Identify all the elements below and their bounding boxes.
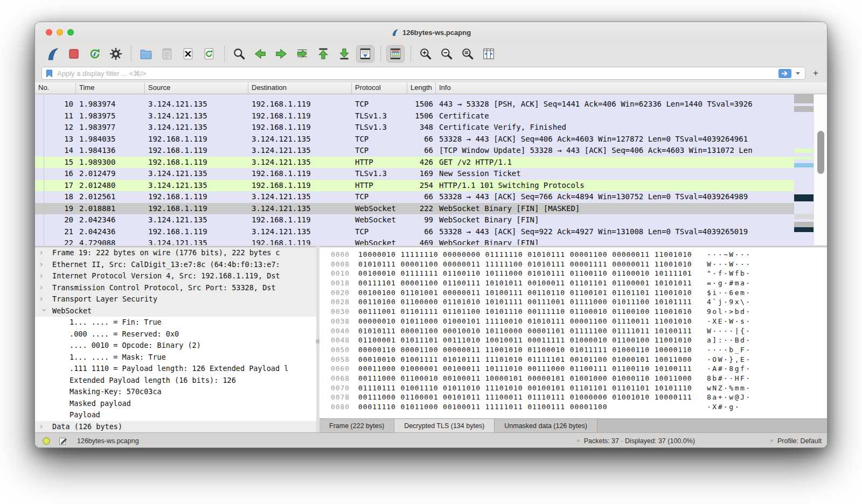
chevron-down-icon[interactable]: › bbox=[38, 307, 50, 315]
detail-row[interactable]: 1... .... = Mask: True bbox=[35, 352, 316, 363]
detail-row[interactable]: .000 .... = Reserved: 0x0 bbox=[35, 328, 316, 340]
column-header-destination[interactable]: Destination bbox=[248, 82, 352, 94]
column-header-no[interactable]: No. bbox=[35, 82, 76, 94]
bytes-row[interactable]: 002800110100 01100000 01101010 10101111 … bbox=[325, 297, 827, 307]
column-header-protocol[interactable]: Protocol bbox=[352, 82, 407, 94]
packet-row[interactable]: 111.9839753.124.121.135192.168.1.119TLSv… bbox=[35, 110, 827, 122]
chevron-right-icon[interactable]: › bbox=[39, 259, 46, 271]
packet-row-partial[interactable] bbox=[35, 94, 827, 99]
bytes-tab-unmasked[interactable]: Unmasked data (126 bytes) bbox=[495, 419, 597, 432]
packet-row[interactable]: 224.7290883.124.121.135192.168.1.119WebS… bbox=[35, 237, 827, 245]
detail-row[interactable]: ›WebSocket bbox=[35, 305, 316, 317]
bytes-row[interactable]: 005000000110 00001100 00000011 11001010 … bbox=[325, 345, 827, 355]
column-header-time[interactable]: Time bbox=[76, 82, 145, 94]
detail-row[interactable]: Payload bbox=[35, 409, 316, 421]
bookmark-icon[interactable] bbox=[46, 69, 53, 78]
next-packet-button[interactable] bbox=[272, 45, 290, 62]
maximize-window-button[interactable] bbox=[67, 29, 74, 36]
zoom-100-button[interactable] bbox=[458, 45, 477, 62]
display-filter-input[interactable] bbox=[56, 69, 778, 78]
packet-row[interactable]: 121.9839773.124.121.135192.168.1.119TLSv… bbox=[35, 122, 827, 134]
auto-scroll-button[interactable] bbox=[356, 45, 374, 62]
packet-row[interactable]: 162.0124793.124.121.135192.168.1.119TLSv… bbox=[35, 168, 827, 180]
notepad-icon bbox=[160, 47, 174, 61]
capture-options-button[interactable] bbox=[107, 45, 125, 62]
bytes-row[interactable]: 008000011110 01011000 00100011 11111011 … bbox=[325, 402, 827, 412]
bytes-row[interactable]: 006000011000 01000001 00100011 10111010 … bbox=[325, 364, 827, 374]
bytes-row[interactable]: 001800111101 00001100 01100111 10101011 … bbox=[325, 278, 827, 288]
filter-history-caret-icon[interactable] bbox=[796, 72, 800, 75]
detail-row[interactable]: Masked payload bbox=[35, 398, 316, 410]
detail-row[interactable]: .... 0010 = Opcode: Binary (2) bbox=[35, 340, 316, 352]
zoom-out-button[interactable] bbox=[437, 45, 456, 62]
bytes-row[interactable]: 004001010111 00001100 00010010 10110000 … bbox=[325, 326, 827, 336]
colorize-button[interactable] bbox=[386, 45, 405, 62]
bytes-row[interactable]: 001000100010 01111111 01100110 10111000 … bbox=[325, 269, 827, 278]
open-file-button[interactable] bbox=[137, 45, 155, 62]
detail-row[interactable]: ›Frame 19: 222 bytes on wire (1776 bits)… bbox=[35, 247, 316, 259]
bytes-row[interactable]: 006800111000 01100010 00100011 10000101 … bbox=[325, 374, 827, 383]
apply-filter-button[interactable] bbox=[778, 69, 791, 78]
expert-info-indicator[interactable] bbox=[43, 437, 50, 445]
packet-row[interactable]: 192.018881192.168.1.1193.124.121.135WebS… bbox=[35, 203, 827, 215]
minimize-window-button[interactable] bbox=[57, 29, 63, 36]
detail-row[interactable]: ›Ethernet II, Src: CalDigit_13:e7:8c (64… bbox=[35, 259, 316, 271]
resize-columns-table-icon bbox=[482, 47, 496, 61]
detail-row[interactable]: Extended Payload length (16 bits): 126 bbox=[35, 375, 316, 387]
bytes-tab-frame[interactable]: Frame (222 bytes) bbox=[319, 419, 394, 432]
close-window-button[interactable] bbox=[46, 29, 52, 36]
packet-row[interactable]: 141.984136192.168.1.1193.124.121.135TCP6… bbox=[35, 145, 827, 157]
packet-row[interactable]: 172.0124803.124.121.135192.168.1.119HTTP… bbox=[35, 180, 827, 192]
add-filter-button[interactable]: + bbox=[811, 68, 821, 79]
column-header-length[interactable]: Length bbox=[407, 82, 436, 94]
detail-row[interactable]: .111 1110 = Payload length: 126 Extended… bbox=[35, 363, 316, 375]
capture-comment-icon[interactable] bbox=[59, 437, 67, 445]
detail-row[interactable]: ›Data (126 bytes) bbox=[35, 421, 316, 433]
packet-row[interactable]: 131.984035192.168.1.1193.124.121.135TCP6… bbox=[35, 134, 827, 145]
bytes-tab-decrypted[interactable]: Decrypted TLS (134 bytes) bbox=[394, 419, 495, 432]
packet-row[interactable]: 202.0423463.124.121.135192.168.1.119WebS… bbox=[35, 214, 827, 226]
bytes-row[interactable]: 004801100001 01011101 00111010 10010011 … bbox=[325, 335, 827, 345]
chevron-right-icon[interactable]: › bbox=[39, 247, 46, 259]
status-separator-dot bbox=[770, 439, 773, 442]
go-to-packet-button[interactable] bbox=[293, 45, 311, 62]
bytes-row[interactable]: 005800010010 01001111 01010111 11101010 … bbox=[325, 355, 827, 365]
status-profile[interactable]: Profile: Default bbox=[777, 437, 822, 445]
close-file-button[interactable] bbox=[179, 45, 197, 62]
detail-row[interactable]: ›Internet Protocol Version 4, Src: 192.1… bbox=[35, 270, 316, 282]
packet-row[interactable]: 151.989300192.168.1.1193.124.121.135HTTP… bbox=[35, 157, 827, 169]
first-packet-button[interactable] bbox=[314, 45, 332, 62]
find-packet-button[interactable] bbox=[230, 45, 248, 62]
reload-file-button[interactable] bbox=[200, 45, 218, 62]
chevron-right-icon[interactable]: › bbox=[39, 270, 46, 282]
start-capture-button[interactable] bbox=[44, 45, 62, 62]
detail-row[interactable]: ›Transmission Control Protocol, Src Port… bbox=[35, 282, 316, 294]
detail-row[interactable]: ›Transport Layer Security bbox=[35, 293, 316, 305]
chevron-right-icon[interactable]: › bbox=[39, 282, 46, 294]
bytes-row[interactable]: 007800111000 01100001 00101011 11100011 … bbox=[325, 393, 827, 402]
resize-columns-button[interactable] bbox=[479, 45, 498, 62]
previous-packet-button[interactable] bbox=[251, 45, 269, 62]
bytes-row[interactable]: 003000111001 01101111 01101100 10101110 … bbox=[325, 307, 827, 317]
chevron-right-icon[interactable]: › bbox=[39, 421, 46, 433]
stop-capture-button[interactable] bbox=[65, 45, 83, 62]
chevron-right-icon[interactable]: › bbox=[39, 293, 46, 305]
packet-list-scrollbar[interactable] bbox=[814, 94, 827, 245]
save-file-button[interactable] bbox=[158, 45, 176, 62]
detail-row[interactable]: 1... .... = Fin: True bbox=[35, 317, 316, 328]
zoom-in-button[interactable] bbox=[416, 45, 435, 62]
last-packet-button[interactable] bbox=[335, 45, 353, 62]
bytes-row[interactable]: 000010000010 11111110 00000000 01111110 … bbox=[325, 250, 827, 260]
bytes-row[interactable]: 000801010111 00001100 00000011 11111100 … bbox=[325, 260, 827, 269]
detail-row[interactable]: Masking-Key: 570c03ca bbox=[35, 386, 316, 398]
column-header-source[interactable]: Source bbox=[145, 82, 248, 94]
scrollbar-thumb[interactable] bbox=[817, 131, 824, 174]
packet-row[interactable]: 182.012561192.168.1.1193.124.121.135TCP6… bbox=[35, 191, 827, 203]
packet-row[interactable]: 212.042436192.168.1.1193.124.121.135TCP6… bbox=[35, 226, 827, 238]
restart-capture-button[interactable] bbox=[86, 45, 104, 62]
bytes-row[interactable]: 002000100100 01101001 00000011 10100111 … bbox=[325, 288, 827, 298]
packet-row[interactable]: 101.9839743.124.121.135192.168.1.119TCP1… bbox=[35, 99, 827, 110]
bytes-row[interactable]: 007001110111 01001110 01011010 11101010 … bbox=[325, 383, 827, 393]
bytes-row[interactable]: 003800000010 01011000 01000101 11110010 … bbox=[325, 317, 827, 326]
column-header-info[interactable]: Info bbox=[436, 82, 827, 94]
